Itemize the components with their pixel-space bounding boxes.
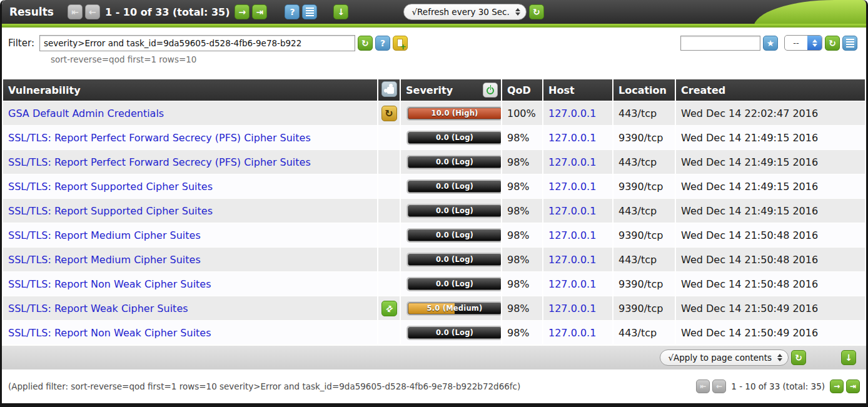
pagination-label: 1 - 10 of 33 (total: 35) — [105, 6, 230, 18]
apply-to-select[interactable]: √Apply to page contents — [660, 349, 789, 366]
refresh-icon[interactable]: ↻ — [529, 4, 544, 19]
severity-bar: 0.0 (Log) — [408, 205, 501, 217]
severity-cell: 5.0 (Medium) — [401, 296, 501, 320]
vulnerability-link[interactable]: SSL/TLS: Report Perfect Forward Secrecy … — [8, 132, 311, 144]
host-link[interactable]: 127.0.0.1 — [548, 303, 596, 314]
column-header-location[interactable]: Location — [613, 79, 675, 101]
save-filter-star-icon[interactable]: ★ — [763, 36, 778, 51]
column-header-severity[interactable]: Severity — [401, 79, 501, 101]
solution-type-cell: ↻ — [378, 101, 400, 125]
qod-cell: 100% — [502, 101, 542, 125]
severity-cell: 0.0 (Log) — [401, 272, 501, 296]
applied-filter-text: (Applied filter: sort-reverse=qod first=… — [8, 381, 520, 391]
solution-type-cell — [378, 272, 400, 296]
vulnerability-link[interactable]: SSL/TLS: Report Non Weak Cipher Suites — [8, 327, 211, 339]
apply-refresh-icon[interactable]: ↻ — [791, 350, 806, 365]
vulnerability-link[interactable]: GSA Default Admin Credentials — [8, 108, 164, 119]
vulnerability-link[interactable]: SSL/TLS: Report Medium Cipher Suites — [8, 229, 201, 241]
qod-cell: 98% — [502, 199, 542, 223]
created-cell: Wed Dec 14 21:50:49 2016 — [676, 296, 865, 320]
solution-type-cell — [378, 150, 400, 174]
host-link[interactable]: 127.0.0.1 — [548, 181, 596, 193]
host-link[interactable]: 127.0.0.1 — [548, 132, 596, 144]
vulnerability-link[interactable]: SSL/TLS: Report Weak Cipher Suites — [8, 303, 188, 314]
pagination-label: 1 - 10 of 33 (total: 35) — [731, 381, 825, 391]
solution-type-cell — [378, 223, 400, 247]
last-page-icon[interactable]: ⇥ — [846, 379, 860, 393]
vulnerability-link[interactable]: SSL/TLS: Report Supported Cipher Suites — [8, 205, 213, 217]
severity-override-power-icon[interactable] — [483, 83, 498, 98]
results-table-body: GSA Default Admin Credentials↻10.0 (High… — [3, 101, 865, 344]
top-header-bar: Results ⇤ ← 1 - 10 of 33 (total: 35) → ⇥… — [2, 0, 866, 28]
filter-section: Filter: ↻ ? + sort-reverse=qod first=1 r… — [2, 28, 866, 79]
host-link[interactable]: 127.0.0.1 — [548, 327, 596, 339]
select-arrows-icon — [515, 8, 520, 16]
mitigate-icon[interactable]: ⇄ — [381, 301, 397, 316]
saved-filter-name-input[interactable] — [680, 36, 760, 51]
filters-list-icon[interactable] — [842, 36, 857, 51]
location-cell: 9390/tcp — [613, 223, 675, 247]
bottom-bar: (Applied filter: sort-reverse=qod first=… — [2, 369, 866, 403]
column-header-created[interactable]: Created — [676, 79, 865, 101]
severity-cell: 0.0 (Log) — [401, 126, 501, 149]
list-icon[interactable] — [302, 4, 317, 19]
saved-filter-select[interactable]: -- — [784, 35, 822, 51]
host-link[interactable]: 127.0.0.1 — [548, 156, 596, 168]
host-link[interactable]: 127.0.0.1 — [548, 278, 596, 290]
next-page-icon[interactable]: → — [830, 379, 844, 393]
created-cell: Wed Dec 14 21:49:15 2016 — [676, 126, 865, 149]
refresh-interval-value: √Refresh every 30 Sec. — [411, 7, 509, 17]
location-cell: 9390/tcp — [613, 126, 675, 149]
solution-type-cell — [378, 248, 400, 271]
update-filter-icon[interactable]: ↻ — [358, 36, 373, 51]
vulnerability-link[interactable]: SSL/TLS: Report Non Weak Cipher Suites — [8, 278, 211, 290]
severity-bar: 0.0 (Log) — [408, 181, 501, 193]
filter-input[interactable] — [39, 35, 355, 51]
severity-cell: 0.0 (Log) — [401, 174, 501, 198]
table-row: SSL/TLS: Report Medium Cipher Suites0.0 … — [3, 248, 865, 271]
vulnerability-link[interactable]: SSL/TLS: Report Perfect Forward Secrecy … — [8, 156, 311, 168]
previous-page-icon[interactable]: ← — [85, 4, 100, 19]
host-link[interactable]: 127.0.0.1 — [548, 205, 596, 217]
location-cell: 443/tcp — [613, 150, 675, 174]
created-cell: Wed Dec 14 21:49:15 2016 — [676, 199, 865, 223]
location-cell: 9390/tcp — [613, 296, 675, 320]
table-row: SSL/TLS: Report Non Weak Cipher Suites0.… — [3, 321, 865, 344]
host-link[interactable]: 127.0.0.1 — [548, 108, 596, 119]
previous-page-icon[interactable]: ← — [712, 379, 726, 393]
vulnerability-link[interactable]: SSL/TLS: Report Supported Cipher Suites — [8, 181, 213, 193]
first-page-icon[interactable]: ⇤ — [696, 379, 710, 393]
download-icon[interactable]: ↓ — [333, 4, 348, 19]
filter-help-icon[interactable]: ? — [375, 36, 390, 51]
column-header-vulnerability[interactable]: Vulnerability — [3, 79, 377, 101]
location-cell: 443/tcp — [613, 199, 675, 223]
vulnerability-link[interactable]: SSL/TLS: Report Medium Cipher Suites — [8, 254, 201, 266]
table-header-row: Vulnerability Severity QoD Host — [3, 79, 865, 101]
solution-type-puzzle-icon[interactable] — [381, 81, 397, 97]
column-header-host[interactable]: Host — [543, 79, 612, 101]
host-link[interactable]: 127.0.0.1 — [548, 254, 596, 266]
severity-label: 0.0 (Log) — [408, 328, 501, 338]
footer-download-icon[interactable]: ↓ — [841, 350, 856, 365]
table-row: SSL/TLS: Report Weak Cipher Suites⇄5.0 (… — [3, 296, 865, 320]
filter-label: Filter: — [8, 38, 34, 49]
table-row: SSL/TLS: Report Supported Cipher Suites0… — [3, 199, 865, 223]
select-chevrons-icon — [807, 36, 822, 50]
host-link[interactable]: 127.0.0.1 — [548, 229, 596, 241]
list-glyph-icon — [846, 39, 854, 48]
help-icon[interactable]: ? — [285, 4, 300, 19]
workaround-icon[interactable]: ↻ — [381, 106, 397, 121]
column-header-qod[interactable]: QoD — [502, 79, 542, 101]
first-page-icon[interactable]: ⇤ — [68, 4, 83, 19]
location-cell: 443/tcp — [613, 321, 675, 344]
table-row: SSL/TLS: Report Medium Cipher Suites0.0 … — [3, 223, 865, 247]
new-filter-icon[interactable]: + — [393, 36, 408, 51]
plus-glyph-icon: + — [400, 43, 406, 51]
severity-label: 10.0 (High) — [408, 108, 501, 119]
refresh-interval-select[interactable]: √Refresh every 30 Sec. — [403, 4, 526, 20]
apply-saved-filter-refresh-icon[interactable]: ↻ — [825, 36, 840, 51]
next-page-icon[interactable]: → — [235, 4, 250, 19]
solution-type-cell — [378, 199, 400, 223]
qod-cell: 98% — [502, 272, 542, 296]
last-page-icon[interactable]: ⇥ — [252, 4, 267, 19]
